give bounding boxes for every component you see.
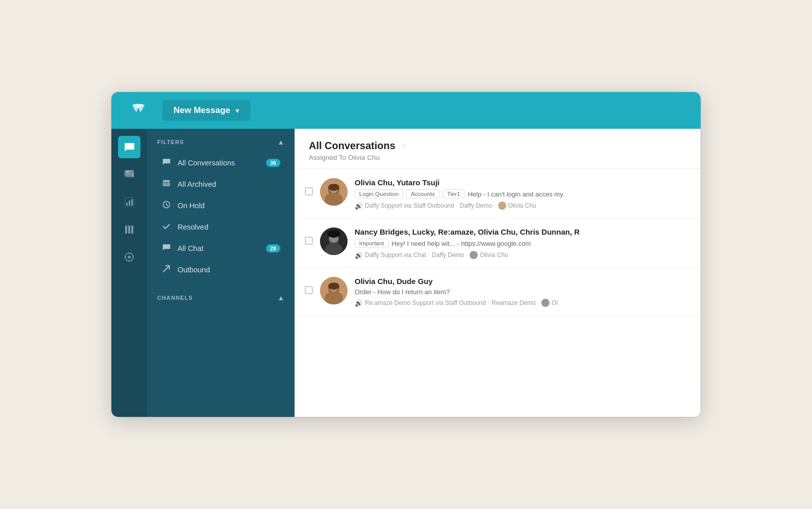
filter-conversations-icon xyxy=(161,158,171,168)
filter-resolved[interactable]: Resolved xyxy=(151,216,291,238)
filter-on-hold-label: On Hold xyxy=(178,202,280,210)
filter-all-conversations[interactable]: All Conversations 36 xyxy=(151,152,291,174)
channel-name: Daffy Support via Chat xyxy=(365,251,426,259)
filter-all-chat-label: All Chat xyxy=(178,244,260,252)
conversations-title-row: All Conversations ☆ xyxy=(309,140,686,152)
svg-rect-15 xyxy=(163,180,170,182)
svg-rect-7 xyxy=(128,225,130,234)
conversation-meta: 🔊 Daffy Support via Chat · Daffy Demo · … xyxy=(355,251,690,259)
channel-icon: 🔊 xyxy=(355,202,363,210)
svg-rect-17 xyxy=(165,183,168,184)
svg-point-23 xyxy=(328,184,339,191)
avatar xyxy=(320,178,347,206)
filter-chat-icon xyxy=(161,243,171,253)
svg-rect-6 xyxy=(125,225,127,234)
channel-icon: 🔊 xyxy=(355,251,363,259)
assignee-name: Olivia Chu xyxy=(508,202,536,209)
conversation-preview-inline: Hey! I need help wit... - https://www.go… xyxy=(392,240,531,247)
tag-important: Important xyxy=(355,239,389,248)
conversation-checkbox[interactable] xyxy=(305,237,313,245)
conversations-header: All Conversations ☆ Assigned To Olivia C… xyxy=(295,129,701,169)
icon-sidebar xyxy=(111,129,147,417)
channels-section-header: CHANNELS ▲ xyxy=(147,285,295,308)
top-bar: New Message ▾ xyxy=(111,92,701,129)
channel-name: Daffy Support via Staff Outbound xyxy=(365,202,454,209)
svg-rect-4 xyxy=(129,201,130,206)
filters-section-header: FILTERS ▲ xyxy=(147,129,295,152)
svg-rect-3 xyxy=(126,203,128,206)
filter-all-conversations-label: All Conversations xyxy=(178,159,260,167)
filter-all-archived[interactable]: All Archived xyxy=(151,174,291,195)
svg-rect-5 xyxy=(131,199,133,206)
filter-all-conversations-badge: 36 xyxy=(266,159,280,167)
filter-all-archived-label: All Archived xyxy=(178,180,280,188)
store-name: Reamaze Demo xyxy=(491,299,536,306)
store-name: Daffy Demo xyxy=(432,251,464,259)
store-name: Daffy Demo xyxy=(460,202,492,209)
filter-outbound[interactable]: Outbound xyxy=(151,259,291,280)
svg-point-29 xyxy=(327,230,340,237)
conversation-meta: 🔊 Daffy Support via Staff Outbound · Daf… xyxy=(355,202,690,210)
filter-all-chat[interactable]: All Chat 28 xyxy=(151,238,291,259)
logo-area xyxy=(121,101,156,121)
filter-resolved-icon xyxy=(161,222,171,232)
filter-outbound-label: Outbound xyxy=(178,266,280,274)
conversations-list: Olivia Chu, Yutaro Tsuji Login Question … xyxy=(295,169,701,417)
star-icon[interactable]: ☆ xyxy=(400,141,408,151)
conversation-item[interactable]: Olivia Chu, Yutaro Tsuji Login Question … xyxy=(295,169,701,218)
main-body: FILTERS ▲ All Conversations 36 xyxy=(111,129,701,417)
conversation-preview-inline: Order - How do I return an item? xyxy=(355,288,450,296)
assignee-avatar xyxy=(498,202,506,210)
conversations-title: All Conversations xyxy=(309,140,395,152)
svg-point-34 xyxy=(328,282,339,290)
channel-icon: 🔊 xyxy=(355,299,363,307)
channel-name: Re:amaze Demo Support via Staff Outbound xyxy=(365,299,486,306)
conversation-meta: 🔊 Re:amaze Demo Support via Staff Outbou… xyxy=(355,299,690,307)
conversation-checkbox[interactable] xyxy=(305,286,313,294)
tag-login-question: Login Question xyxy=(355,189,403,199)
assignee-name: Ol xyxy=(552,299,558,306)
svg-rect-8 xyxy=(131,225,133,234)
filter-archived-icon xyxy=(161,179,171,189)
filters-collapse-icon[interactable]: ▲ xyxy=(277,138,284,146)
conversation-content: Olivia Chu, Yutaro Tsuji Login Question … xyxy=(355,178,690,210)
conversation-checkbox[interactable] xyxy=(305,187,313,195)
conversation-names: Nancy Bridges, Lucky, Re:amaze, Olivia C… xyxy=(355,228,690,236)
sidebar-icon-chat[interactable] xyxy=(118,163,140,186)
tag-accounts: Accounts xyxy=(406,189,439,199)
conversation-tags: Login Question Accounts Tier1 Help - I c… xyxy=(355,189,690,199)
conversations-subtitle: Assigned To Olivia Chu xyxy=(309,154,686,161)
svg-rect-0 xyxy=(125,170,134,177)
channels-section: CHANNELS ▲ xyxy=(147,285,295,308)
sidebar-icon-library[interactable] xyxy=(118,218,140,241)
avatar xyxy=(320,228,347,255)
filters-panel: FILTERS ▲ All Conversations 36 xyxy=(147,129,295,417)
conversation-item[interactable]: Nancy Bridges, Lucky, Re:amaze, Olivia C… xyxy=(295,218,701,268)
filter-all-chat-badge: 28 xyxy=(266,244,280,252)
conversation-content: Olivia Chu, Dude Guy Order - How do I re… xyxy=(355,277,690,307)
svg-point-14 xyxy=(128,256,130,258)
new-message-button[interactable]: New Message ▾ xyxy=(162,100,250,121)
conversation-names: Olivia Chu, Yutaro Tsuji xyxy=(355,178,690,187)
svg-rect-16 xyxy=(163,182,170,186)
sidebar-icon-compass[interactable] xyxy=(118,246,140,268)
conversations-panel: All Conversations ☆ Assigned To Olivia C… xyxy=(295,129,701,417)
new-message-label: New Message xyxy=(173,105,230,116)
conversation-names: Olivia Chu, Dude Guy xyxy=(355,277,690,286)
conversation-tags: Important Hey! I need help wit... - http… xyxy=(355,239,690,248)
logo-icon xyxy=(130,101,147,121)
conversation-item[interactable]: Olivia Chu, Dude Guy Order - How do I re… xyxy=(295,268,701,316)
conversation-preview-inline: Help - I can't login and acces my xyxy=(468,190,563,198)
filter-on-hold[interactable]: On Hold xyxy=(151,195,291,216)
channels-collapse-icon[interactable]: ▲ xyxy=(277,294,284,302)
filters-title: FILTERS xyxy=(157,139,184,145)
app-window: New Message ▾ xyxy=(111,92,701,417)
svg-rect-1 xyxy=(126,172,129,173)
tag-tier1: Tier1 xyxy=(443,189,465,199)
filter-onhold-icon xyxy=(161,201,171,211)
sidebar-icon-conversations[interactable] xyxy=(118,136,140,158)
assignee-avatar xyxy=(541,299,549,307)
assignee-avatar xyxy=(470,251,478,259)
sidebar-icon-reports[interactable] xyxy=(118,191,140,213)
filter-outbound-icon xyxy=(161,265,171,275)
